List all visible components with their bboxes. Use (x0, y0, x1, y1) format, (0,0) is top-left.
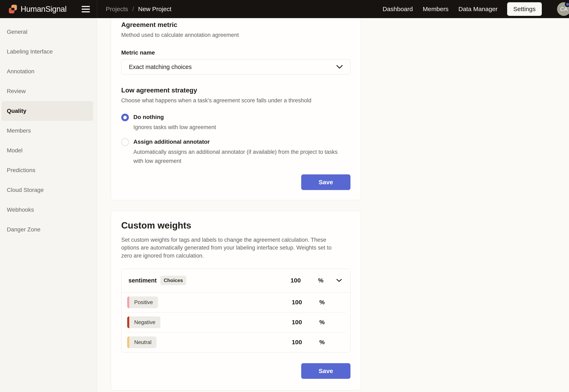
option-assign-annotator: Assign additional annotator Automaticall… (121, 138, 350, 165)
navbar-links: DashboardMembersData Manager Settings CA (373, 0, 569, 18)
strategy-options: Do nothing Ignores tasks with low agreem… (121, 113, 350, 166)
label-chip-positive: Positive (127, 296, 158, 308)
settings-button[interactable]: Settings (507, 2, 542, 16)
option-assign-annotator-description: Automatically assigns an additional anno… (133, 148, 338, 165)
group-name: sentiment (128, 277, 157, 284)
option-do-nothing-label: Do nothing (133, 113, 216, 120)
custom-weights-card: Custom weights Set custom weights for ta… (111, 211, 361, 391)
nav-link-data-manager[interactable]: Data Manager (458, 6, 497, 12)
sidebar-item-cloud-storage[interactable]: Cloud Storage (1, 180, 93, 200)
breadcrumb-separator: / (132, 6, 134, 13)
custom-weights-title: Custom weights (121, 220, 350, 231)
weight-row-positive: Positive100% (121, 292, 350, 312)
label-chip-text: Positive (129, 296, 158, 308)
weights-table: sentiment Choices 100 % Positive100%Nega… (121, 269, 350, 352)
nav-link-dashboard[interactable]: Dashboard (383, 6, 413, 12)
weight-value: 100 (279, 299, 302, 306)
sidebar-item-webhooks[interactable]: Webhooks (1, 200, 93, 220)
breadcrumb: Projects / New Project (106, 0, 171, 18)
sidebar: GeneralLabeling InterfaceAnnotationRevie… (0, 18, 97, 392)
weight-unit: % (317, 319, 327, 326)
label-color-bar (127, 316, 129, 328)
weight-row-neutral: Neutral100% (121, 332, 350, 352)
brand-name: HumanSignal (21, 5, 67, 14)
nav-link-members[interactable]: Members (423, 6, 449, 12)
sidebar-item-general[interactable]: General (1, 22, 93, 42)
option-assign-annotator-label: Assign additional annotator (133, 138, 338, 145)
sidebar-item-model[interactable]: Model (1, 141, 93, 160)
metric-name-label: Metric name (121, 49, 350, 56)
hamburger-menu-icon[interactable] (82, 6, 90, 12)
weight-unit: % (317, 299, 327, 306)
label-chip-negative: Negative (127, 316, 160, 328)
radio-selected-icon[interactable] (121, 114, 129, 121)
sidebar-item-review[interactable]: Review (1, 81, 93, 101)
label-chip-text: Neutral (129, 336, 156, 348)
group-weight-unit: % (316, 277, 326, 284)
weight-row-negative: Negative100% (121, 312, 350, 332)
weights-save-button[interactable]: Save (301, 363, 350, 379)
agreement-save-button[interactable]: Save (301, 174, 350, 190)
top-navbar: HumanSignal Projects / New Project Dashb… (0, 0, 569, 18)
breadcrumb-current-page: New Project (138, 6, 172, 13)
metric-name-selected-value: Exact matching choices (129, 64, 192, 70)
weight-value: 100 (279, 319, 302, 326)
weight-unit: % (317, 339, 327, 346)
agreement-metric-card: Agreement metric Method used to calculat… (111, 18, 361, 200)
label-color-bar (127, 336, 129, 348)
custom-weights-description: Set custom weights for tags and labels t… (121, 236, 350, 260)
agreement-metric-subtitle: Method used to calculate annotation agre… (121, 31, 350, 39)
navbar-brand-section: HumanSignal (0, 0, 97, 18)
sidebar-item-labeling-interface[interactable]: Labeling Interface (1, 42, 93, 62)
option-do-nothing: Do nothing Ignores tasks with low agreem… (121, 113, 350, 132)
radio-unselected-icon[interactable] (121, 138, 129, 146)
avatar[interactable]: CA (557, 2, 569, 16)
label-chip-text: Negative (129, 316, 160, 328)
group-type-badge: Choices (160, 276, 186, 285)
label-color-bar (127, 296, 129, 308)
sidebar-item-predictions[interactable]: Predictions (1, 160, 93, 180)
chevron-down-icon (336, 65, 343, 69)
option-do-nothing-description: Ignores tasks with low agreement (133, 123, 216, 132)
agreement-metric-title: Agreement metric (121, 21, 350, 29)
weights-group-header: sentiment Choices 100 % (121, 269, 350, 292)
weight-value: 100 (279, 339, 302, 346)
low-agreement-strategy-title: Low agreement strategy (121, 86, 350, 94)
group-weight-value: 100 (278, 277, 301, 284)
sidebar-item-quality[interactable]: Quality (1, 101, 93, 121)
sidebar-item-members[interactable]: Members (1, 121, 93, 141)
breadcrumb-projects-link[interactable]: Projects (106, 6, 128, 13)
settings-content: Agreement metric Method used to calculat… (97, 18, 569, 392)
group-collapse-chevron-icon[interactable] (335, 279, 343, 282)
label-chip-neutral: Neutral (127, 336, 156, 348)
avatar-status-dot (565, 2, 569, 7)
low-agreement-strategy-subtitle: Choose what happens when a task's agreem… (121, 97, 350, 105)
sidebar-item-annotation[interactable]: Annotation (1, 62, 93, 81)
humansignal-logo-icon (8, 4, 18, 14)
sidebar-item-danger-zone[interactable]: Danger Zone (1, 220, 93, 239)
metric-name-select[interactable]: Exact matching choices (121, 59, 350, 74)
